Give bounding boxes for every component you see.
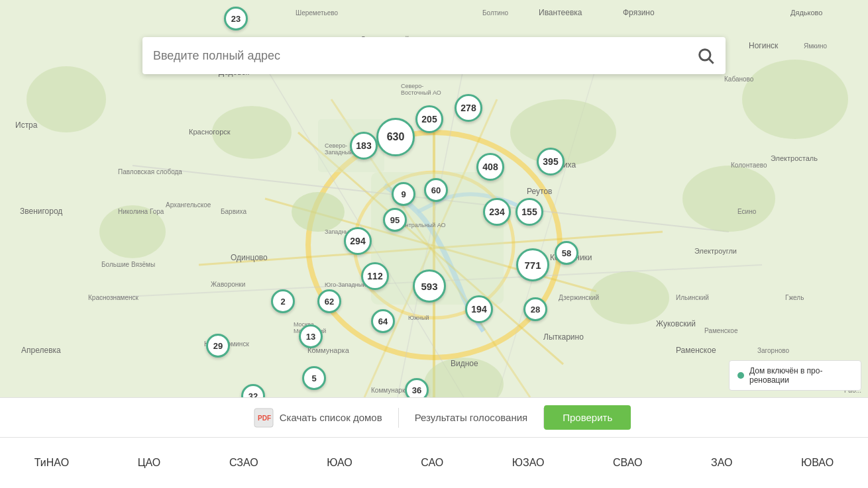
svg-text:Жаворонки: Жаворонки bbox=[211, 281, 245, 288]
svg-text:Реутов: Реутов bbox=[527, 187, 552, 196]
search-input[interactable] bbox=[153, 49, 696, 63]
bottom-nav: ТиНАОЦАОСЗАОЮАОСАОЮЗАОСВАОЗАОЮВАО bbox=[0, 437, 868, 488]
check-button[interactable]: Проверить bbox=[544, 405, 631, 430]
svg-text:Барвиха: Барвиха bbox=[221, 208, 246, 215]
cluster-marker[interactable]: 771 bbox=[516, 248, 549, 281]
cluster-marker[interactable]: 183 bbox=[350, 132, 378, 160]
svg-text:Северо-: Северо- bbox=[325, 142, 347, 149]
svg-text:Ивантеевка: Ивантеевка bbox=[539, 8, 582, 17]
nav-item-cao[interactable]: ЦАО bbox=[125, 450, 174, 475]
svg-text:Электроугли: Электроугли bbox=[694, 247, 737, 255]
svg-text:PDF: PDF bbox=[258, 415, 271, 422]
nav-item-yzao[interactable]: ЮЗАО bbox=[499, 450, 558, 475]
pdf-icon: PDF bbox=[253, 407, 274, 428]
svg-text:Колонтаево: Колонтаево bbox=[731, 162, 767, 169]
cluster-marker[interactable]: 112 bbox=[361, 262, 389, 290]
legend-box: Дом включён в про- реновации bbox=[729, 360, 861, 391]
svg-text:Краснознаменск: Краснознаменск bbox=[88, 294, 139, 301]
svg-text:Загорново: Загорново bbox=[757, 347, 789, 354]
map-container: Звенигород Красногорск Павловская слобод… bbox=[0, 0, 868, 437]
svg-text:Северо-: Северо- bbox=[401, 83, 423, 89]
svg-point-16 bbox=[292, 192, 345, 232]
nav-item-sao[interactable]: САО bbox=[407, 450, 457, 475]
svg-text:Гжель: Гжель bbox=[785, 294, 804, 301]
svg-text:Восточный АО: Восточный АО bbox=[401, 89, 441, 96]
svg-text:Коммунарка: Коммунарка bbox=[371, 387, 409, 394]
cluster-marker[interactable]: 23 bbox=[224, 7, 248, 30]
svg-text:Фрязино: Фрязино bbox=[623, 8, 655, 17]
svg-point-22 bbox=[742, 60, 848, 139]
cluster-marker[interactable]: 294 bbox=[344, 227, 372, 255]
search-bar[interactable] bbox=[142, 37, 726, 74]
cluster-marker[interactable]: 13 bbox=[299, 324, 323, 348]
cluster-marker[interactable]: 395 bbox=[537, 148, 565, 175]
svg-text:Дядьково: Дядьково bbox=[790, 9, 822, 17]
cluster-marker[interactable]: 60 bbox=[424, 178, 448, 202]
svg-text:Ногинск: Ногинск bbox=[749, 41, 779, 50]
nav-item-yvao[interactable]: ЮВАО bbox=[788, 450, 847, 475]
cluster-marker[interactable]: 9 bbox=[392, 182, 415, 206]
svg-text:Ямкино: Ямкино bbox=[804, 42, 828, 50]
svg-text:Лыткарино: Лыткарино bbox=[543, 332, 584, 342]
cluster-marker[interactable]: 155 bbox=[515, 198, 543, 226]
cluster-marker[interactable]: 5 bbox=[302, 366, 326, 390]
cluster-marker[interactable]: 95 bbox=[383, 208, 407, 232]
cluster-marker[interactable]: 234 bbox=[483, 198, 511, 226]
cluster-marker[interactable]: 62 bbox=[317, 289, 341, 313]
svg-point-21 bbox=[682, 166, 775, 232]
cluster-marker[interactable]: 29 bbox=[206, 334, 230, 358]
cluster-marker[interactable]: 64 bbox=[371, 309, 395, 333]
cluster-marker[interactable]: 2 bbox=[271, 289, 295, 313]
svg-text:Болтино: Болтино bbox=[482, 9, 508, 17]
svg-line-78 bbox=[709, 59, 713, 63]
svg-point-77 bbox=[700, 50, 710, 60]
svg-text:Раменское: Раменское bbox=[676, 346, 716, 355]
svg-text:Есино: Есино bbox=[737, 208, 757, 215]
svg-text:Южный: Южный bbox=[408, 315, 429, 321]
nav-item-tinao[interactable]: ТиНАО bbox=[21, 450, 82, 475]
svg-text:Апрелевка: Апрелевка bbox=[21, 346, 61, 355]
cluster-marker[interactable]: 630 bbox=[376, 118, 415, 156]
svg-text:Большие Вязёмы: Большие Вязёмы bbox=[101, 261, 155, 268]
svg-text:Павловская слобода: Павловская слобода bbox=[118, 168, 182, 175]
nav-item-szao[interactable]: СЗАО bbox=[216, 450, 272, 475]
cluster-marker[interactable]: 408 bbox=[476, 153, 504, 181]
svg-text:Жуковский: Жуковский bbox=[656, 319, 696, 328]
bottom-toolbar: PDF Скачать список домов Результаты голо… bbox=[0, 397, 868, 437]
svg-text:Кабаново: Кабаново bbox=[724, 75, 754, 83]
download-section[interactable]: PDF Скачать список домов bbox=[237, 407, 398, 428]
svg-point-19 bbox=[590, 271, 669, 324]
svg-point-23 bbox=[27, 66, 106, 132]
svg-text:Раменское: Раменское bbox=[704, 327, 738, 334]
download-label[interactable]: Скачать список домов bbox=[280, 412, 382, 423]
svg-text:Николина Гора: Николина Гора bbox=[118, 208, 164, 215]
cluster-marker[interactable]: 28 bbox=[523, 297, 547, 321]
results-label[interactable]: Результаты голосования bbox=[399, 412, 544, 423]
cluster-marker[interactable]: 278 bbox=[455, 94, 482, 122]
svg-text:Истра: Истра bbox=[15, 121, 38, 130]
cluster-marker[interactable]: 205 bbox=[415, 105, 443, 133]
svg-text:Архангельское: Архангельское bbox=[166, 201, 211, 209]
svg-text:Дзержинский: Дзержинский bbox=[559, 294, 599, 301]
svg-text:Электросталь: Электросталь bbox=[771, 154, 818, 162]
svg-text:Шереметьево: Шереметьево bbox=[296, 9, 339, 17]
svg-text:Ильинский: Ильинский bbox=[676, 294, 709, 301]
svg-text:Красногорск: Красногорск bbox=[189, 128, 231, 136]
cluster-marker[interactable]: 58 bbox=[555, 241, 578, 265]
legend-dot bbox=[737, 372, 744, 379]
svg-text:Звенигород: Звенигород bbox=[20, 207, 62, 216]
search-icon[interactable] bbox=[696, 46, 715, 65]
svg-text:Одинцово: Одинцово bbox=[231, 253, 268, 262]
legend-text: Дом включён в про- реновации bbox=[749, 366, 853, 385]
nav-item-zao[interactable]: ЗАО bbox=[698, 450, 745, 475]
svg-text:Видное: Видное bbox=[451, 359, 478, 368]
cluster-marker[interactable]: 593 bbox=[413, 269, 446, 303]
cluster-marker[interactable]: 194 bbox=[465, 295, 493, 323]
nav-item-yao[interactable]: ЮАО bbox=[313, 450, 365, 475]
nav-item-svao[interactable]: СВАО bbox=[600, 450, 655, 475]
